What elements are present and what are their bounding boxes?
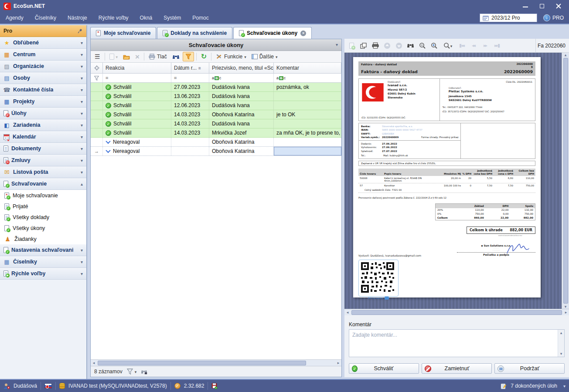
- table-row[interactable]: Schválil27.09.2023Dudášová Ivanapoznámka…: [91, 83, 341, 92]
- delete-record-button[interactable]: [133, 52, 142, 61]
- page-down-button[interactable]: [395, 42, 402, 49]
- menu-system[interactable]: Systém: [158, 12, 187, 24]
- status-user[interactable]: Dudášová: [14, 383, 37, 389]
- sidebar-item-centrum[interactable]: ▦Centrum: [0, 49, 86, 61]
- sidebar-item-vsetky-doklady[interactable]: ✓Všetky doklady: [0, 212, 86, 223]
- scrollbar-thumb[interactable]: [351, 310, 562, 315]
- tab-schvalovacie-ukony[interactable]: ✓Schvaľovacie úkony×: [233, 27, 312, 39]
- tab-close-icon[interactable]: ×: [300, 30, 306, 36]
- sidebar-item-dokumenty[interactable]: Dokumenty: [0, 143, 86, 155]
- first-page-button[interactable]: ▮◂◂: [458, 42, 465, 49]
- attach-document-button[interactable]: +: [348, 42, 355, 49]
- scroll-left-icon[interactable]: ◂: [344, 310, 351, 314]
- refresh-button[interactable]: [199, 52, 209, 61]
- table-row[interactable]: Schválil14.03.2023Mrkvička Jozefza mňa O…: [91, 128, 341, 138]
- maximize-button[interactable]: [539, 3, 545, 9]
- status-database[interactable]: IVANAD test (MySQL/IVANADtest, V2578): [68, 383, 167, 389]
- sidebar-item-ulohy[interactable]: ✓Úlohy: [0, 108, 86, 119]
- sidebar-item-rychle-volby[interactable]: ▶Rýchle voľby: [0, 268, 86, 280]
- minimize-button[interactable]: [523, 3, 528, 9]
- table-row[interactable]: Schválil12.06.2023Dudášová Ivana: [91, 101, 341, 110]
- status-tasks[interactable]: 7 dokončených úloh: [511, 383, 557, 389]
- scroll-left-icon[interactable]: ◂: [91, 361, 97, 365]
- table-row[interactable]: Schválil13.06.2023Dudášová Ivana: [91, 92, 341, 101]
- approve-button[interactable]: Schváliť: [349, 363, 419, 374]
- filter-lock-icon[interactable]: [141, 369, 147, 375]
- sidebar-item-prijate[interactable]: ✓Prijaté: [0, 201, 86, 212]
- print-button[interactable]: Tlač: [147, 52, 169, 61]
- reject-button[interactable]: Zamietnuť: [422, 363, 492, 374]
- layout-menu-button[interactable]: [92, 52, 102, 61]
- sidebar-item-moje-schvalovanie[interactable]: ✓Moje schvaľovanie: [0, 190, 86, 201]
- sidebar-item-organizacie[interactable]: ▨Organizácie: [0, 61, 86, 72]
- sidebar-item-zmluvy[interactable]: −Zmluvy: [0, 155, 86, 166]
- sidebar-item-ciselniky[interactable]: ▦Číselníky: [0, 256, 86, 268]
- menu-nastroje[interactable]: Nástroje: [62, 12, 93, 24]
- find-button[interactable]: [407, 42, 414, 49]
- sidebar-item-oblubene[interactable]: ★Obľúbené: [0, 37, 86, 49]
- table-row[interactable]: Schválil14.03.2023Dudášová Ivana: [91, 119, 341, 128]
- menu-pomoc[interactable]: Pomoc: [187, 12, 214, 24]
- search-button[interactable]: [170, 52, 182, 61]
- zoom-in-button[interactable]: [430, 42, 438, 49]
- column-header-reakcia[interactable]: Reakcia: [103, 63, 171, 73]
- panel-menu-caret-icon[interactable]: [336, 42, 338, 47]
- hold-button[interactable]: Podržať: [494, 363, 565, 374]
- sidebar-item-vsetky-ukony[interactable]: ✓Všetky úkony: [0, 223, 86, 233]
- period-selector[interactable]: 2023/12 Pro: [480, 14, 537, 22]
- scroll-up-icon[interactable]: ▴: [558, 331, 564, 335]
- comment-input[interactable]: [349, 330, 558, 357]
- sidebar-item-kalendar[interactable]: Kalendár: [0, 131, 86, 143]
- print-preview-button[interactable]: [371, 42, 379, 49]
- menu-agendy[interactable]: Agendy: [0, 12, 29, 24]
- filter-button[interactable]: [183, 52, 194, 61]
- zoom-level-button[interactable]: [442, 42, 453, 49]
- sidebar-item-schvalovanie[interactable]: ✓Schvaľovanie: [0, 178, 86, 190]
- filter-reakcia[interactable]: =: [103, 74, 171, 82]
- sidebar-item-zariadenia[interactable]: ◧Zariadenia: [0, 119, 86, 131]
- scrollbar-thumb[interactable]: [563, 58, 568, 304]
- table-row[interactable]: NereagovalOboňová Katarína: [91, 138, 341, 147]
- scroll-right-icon[interactable]: ▸: [335, 361, 341, 365]
- open-record-button[interactable]: [121, 52, 132, 61]
- footer-filter-button[interactable]: [127, 368, 137, 375]
- close-button[interactable]: [556, 3, 561, 9]
- tab-moje-schvalovanie[interactable]: Moje schvaľovanie: [90, 27, 156, 39]
- next-page-button[interactable]: ▸▸: [481, 42, 489, 49]
- column-header-datum[interactable]: Dátum r...: [171, 63, 209, 73]
- page-up-button[interactable]: [383, 42, 391, 49]
- comment-scrollbar[interactable]: ▴▾: [558, 330, 564, 357]
- export-button[interactable]: [360, 42, 367, 49]
- scroll-up-icon[interactable]: ▴: [562, 53, 569, 57]
- menu-ciselniky[interactable]: Číselníky: [29, 12, 62, 24]
- sidebar-item-projekty[interactable]: ▦Projekty: [0, 96, 86, 108]
- pin-icon[interactable]: [78, 28, 83, 34]
- new-record-button[interactable]: [107, 52, 120, 61]
- menu-okna[interactable]: Okná: [134, 12, 158, 24]
- preview-vertical-scrollbar[interactable]: ▴▾: [562, 53, 569, 309]
- more-button[interactable]: Ďalšie: [249, 52, 280, 61]
- menu-rychle-volby[interactable]: Rýchle voľby: [93, 12, 134, 24]
- selected-cell[interactable]: [274, 147, 341, 155]
- status-version[interactable]: 2.32.682: [184, 383, 204, 389]
- sidebar-item-kontaktne-cisla[interactable]: ☎Kontaktné čísla: [0, 84, 86, 96]
- pro-badge[interactable]: ↓ PRO: [543, 14, 564, 21]
- scroll-down-icon[interactable]: ▾: [562, 304, 569, 309]
- grid-horizontal-scrollbar[interactable]: ◂▸: [91, 359, 341, 366]
- sidebar-item-ziadanky[interactable]: ♟Žiadanky: [0, 233, 86, 244]
- tab-doklady-na-schvalenie[interactable]: ✓Doklady na schválenie: [157, 27, 232, 39]
- save-disk-icon[interactable]: [211, 383, 218, 389]
- zoom-out-button[interactable]: [419, 42, 426, 49]
- table-row-selected[interactable]: NereagovalOboňová Katarína: [91, 147, 341, 156]
- sidebar-item-listova-posta[interactable]: ✉Listová pošta: [0, 166, 86, 178]
- filter-datum[interactable]: =: [171, 74, 209, 82]
- scroll-right-icon[interactable]: ▸: [563, 310, 569, 314]
- filter-komentar[interactable]: aBc: [274, 74, 341, 82]
- sidebar-item-nastavenia-schvalovani[interactable]: ✓Nastavenia schvaľovani: [0, 244, 86, 256]
- scrollbar-thumb[interactable]: [98, 361, 306, 365]
- filter-osoba[interactable]: aBc: [209, 74, 274, 82]
- functions-button[interactable]: Funkcie: [214, 52, 249, 61]
- caret-icon[interactable]: [563, 384, 566, 389]
- preview-area[interactable]: Faktúra - daňový doklad2022060009 Faktúr…: [344, 53, 569, 309]
- column-header-komentar[interactable]: Komentar: [274, 63, 341, 73]
